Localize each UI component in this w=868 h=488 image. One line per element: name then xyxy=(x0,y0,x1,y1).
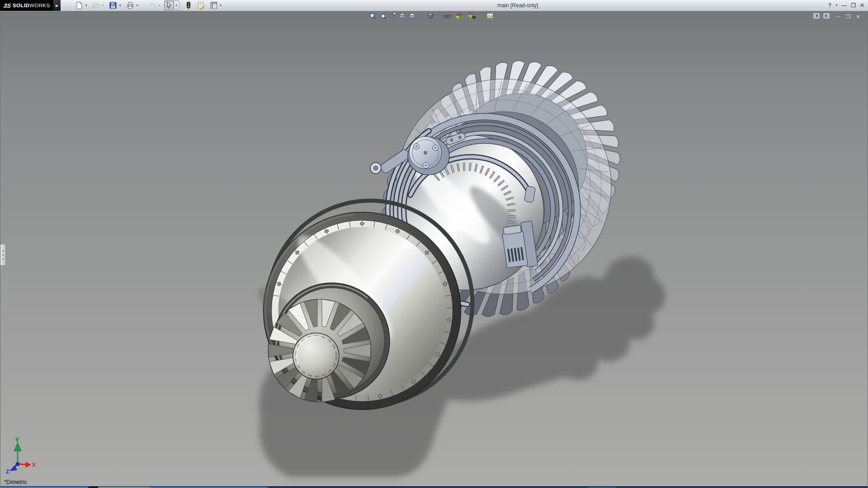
splitter-arrow-icon: ◂ xyxy=(2,258,4,260)
hide-show-items-icon xyxy=(443,12,452,22)
solidworks-logo-light: WORKS xyxy=(29,3,50,8)
triad-x-label: X xyxy=(32,462,36,468)
view-orientation-label: *Dimetric xyxy=(4,479,27,485)
app-window-controls: ? ▾ — ❐ ✕ xyxy=(828,0,864,11)
finned-bracket[interactable] xyxy=(501,221,538,270)
section-view-button[interactable] xyxy=(397,12,407,22)
title-bar: 3S SOLID WORKS ▶ ▾▾▾▾▾▾▾ main [Read-only… xyxy=(0,0,868,11)
feature-pane-splitter[interactable]: ◂ ◂ ◂ xyxy=(0,244,6,266)
help-dropdown-icon[interactable]: ▾ xyxy=(835,0,837,11)
solidworks-logo-glyph: 3S xyxy=(3,2,11,9)
open-icon xyxy=(92,1,100,9)
save-dropdown[interactable]: ▾ xyxy=(118,0,123,10)
model-canvas[interactable]: YXZ xyxy=(0,11,868,488)
view-orientation-button[interactable] xyxy=(407,12,417,22)
orientation-triad: YXZ xyxy=(6,437,36,475)
solidworks-logo: 3S SOLID WORKS xyxy=(0,0,53,11)
edit-appearance-icon xyxy=(455,12,463,22)
chevron-down-icon: ▾ xyxy=(103,4,104,7)
app-close-button[interactable]: ✕ xyxy=(860,0,864,11)
undo-dropdown[interactable]: ▾ xyxy=(157,0,162,10)
display-style-icon xyxy=(426,12,434,22)
help-button[interactable]: ? xyxy=(828,0,831,11)
jet-engine-model[interactable] xyxy=(250,61,665,477)
options-icon xyxy=(210,1,218,9)
file-properties-icon xyxy=(197,1,205,9)
graphics-viewport[interactable]: YXZ —❐✕ ◂ ◂ ◂ *Dimetric xyxy=(0,11,868,488)
app-restore-button[interactable]: ❐ xyxy=(851,0,856,11)
chevron-down-icon: ▾ xyxy=(220,4,222,7)
splitter-arrow-icon: ◂ xyxy=(2,249,4,252)
select-button[interactable] xyxy=(164,0,174,10)
save-icon xyxy=(109,1,117,9)
splitter-arrow-icon: ◂ xyxy=(2,253,4,256)
select-dropdown[interactable]: ▾ xyxy=(174,0,179,10)
doc-minimize-button[interactable]: — xyxy=(834,13,842,20)
doc-restore-icon: ❐ xyxy=(846,14,850,20)
select-icon xyxy=(165,1,173,9)
previous-view-icon xyxy=(388,12,396,22)
doc-close-button[interactable]: ✕ xyxy=(854,13,862,20)
chevron-down-icon: ▾ xyxy=(159,4,160,7)
hide-show-items-button[interactable] xyxy=(443,12,453,22)
options-dropdown[interactable]: ▾ xyxy=(219,0,223,10)
rebuild-icon xyxy=(184,1,193,9)
taskbar-edge xyxy=(0,486,868,488)
undo-button[interactable] xyxy=(147,0,157,10)
view-settings-button[interactable] xyxy=(485,12,495,22)
menu-flyout-arrow[interactable]: ▶ xyxy=(53,0,61,11)
main-toolbar: ▾▾▾▾▾▾▾ xyxy=(74,0,223,11)
apply-scene-icon xyxy=(468,12,476,22)
flyout-arrow-icon: ▶ xyxy=(56,4,58,8)
new-document-dropdown[interactable]: ▾ xyxy=(84,0,89,10)
doc-restore-button[interactable]: ❐ xyxy=(844,13,852,20)
section-view-icon xyxy=(398,12,406,22)
zoom-fit-icon xyxy=(368,12,377,22)
document-title: main [Read-only] xyxy=(452,0,583,11)
undo-icon xyxy=(148,1,156,9)
file-properties-button[interactable] xyxy=(196,0,206,10)
edit-appearance-button[interactable] xyxy=(454,12,464,22)
zoom-area-icon xyxy=(378,12,387,22)
open-dropdown[interactable]: ▾ xyxy=(101,0,106,10)
zoom-to-area-button[interactable] xyxy=(377,12,387,22)
app-minimize-button[interactable]: — xyxy=(841,0,847,11)
new-document-icon xyxy=(75,1,83,9)
solidworks-logo-bold: SOLID xyxy=(13,3,29,8)
print-dropdown[interactable]: ▾ xyxy=(135,0,140,10)
previous-view-button[interactable] xyxy=(387,12,397,22)
chevron-down-icon: ▾ xyxy=(137,4,138,7)
doc-close-icon: ✕ xyxy=(856,14,860,20)
triad-y-label: Y xyxy=(15,437,19,443)
save-button[interactable] xyxy=(108,0,118,10)
print-icon xyxy=(126,1,134,9)
display-style-button[interactable] xyxy=(425,12,435,22)
view-settings-icon xyxy=(486,12,494,22)
apply-scene-button[interactable] xyxy=(467,12,477,22)
chevron-down-icon: ▾ xyxy=(85,4,87,7)
rebuild-button[interactable] xyxy=(184,0,193,10)
triad-z-label: Z xyxy=(6,469,9,475)
open-button[interactable] xyxy=(91,0,101,10)
pane-collapse-left-button[interactable] xyxy=(812,13,821,20)
chevron-down-icon: ▾ xyxy=(175,4,177,7)
print-button[interactable] xyxy=(125,0,135,10)
pane-expand-right-button[interactable] xyxy=(822,13,830,20)
options-button[interactable] xyxy=(209,0,219,10)
exhaust-hub[interactable] xyxy=(293,333,339,379)
zoom-to-fit-button[interactable] xyxy=(368,12,377,22)
doc-minimize-icon: — xyxy=(836,14,841,19)
new-document-button[interactable] xyxy=(74,0,84,10)
chevron-down-icon: ▾ xyxy=(119,4,121,7)
view-orientation-icon xyxy=(408,12,416,22)
pane-right-icon xyxy=(822,12,830,22)
pane-left-icon xyxy=(812,12,821,22)
